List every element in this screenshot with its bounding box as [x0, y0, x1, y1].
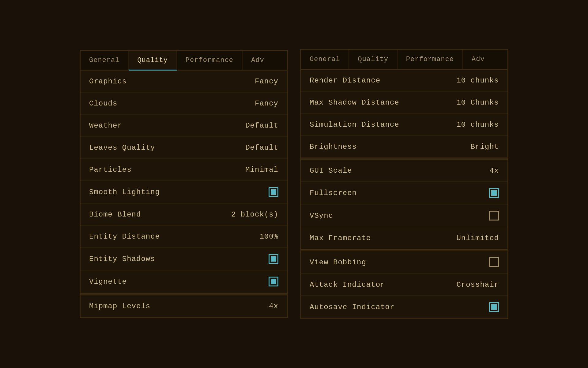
setting-graphics-label: Graphics: [89, 77, 127, 86]
setting-vsync-label: VSync: [310, 212, 333, 220]
setting-vignette[interactable]: Vignette: [81, 270, 287, 293]
setting-brightness[interactable]: Brightness Bright: [301, 136, 507, 158]
setting-brightness-label: Brightness: [310, 143, 357, 151]
setting-entity-distance[interactable]: Entity Distance 100%: [81, 226, 287, 248]
setting-simulation-distance[interactable]: Simulation Distance 10 chunks: [301, 114, 507, 136]
setting-attack-indicator-value: Crosshair: [456, 281, 499, 289]
setting-leaves-quality[interactable]: Leaves Quality Default: [81, 137, 287, 159]
setting-entity-distance-label: Entity Distance: [89, 232, 160, 241]
setting-gui-scale-value: 4x: [489, 167, 499, 175]
setting-max-shadow-distance-value: 10 Chunks: [456, 98, 499, 107]
setting-entity-distance-value: 100%: [259, 232, 278, 241]
left-panel: General Quality Performance Adv Graphics…: [80, 50, 288, 318]
setting-mipmap-levels[interactable]: Mipmap Levels 4x: [81, 295, 287, 317]
setting-simulation-distance-value: 10 chunks: [456, 121, 499, 129]
setting-particles-label: Particles: [89, 166, 132, 174]
setting-biome-blend-label: Biome Blend: [89, 210, 141, 219]
setting-leaves-quality-label: Leaves Quality: [89, 144, 155, 152]
setting-biome-blend[interactable]: Biome Blend 2 block(s): [81, 204, 287, 226]
setting-max-shadow-distance[interactable]: Max Shadow Distance 10 Chunks: [301, 92, 507, 114]
setting-simulation-distance-label: Simulation Distance: [310, 121, 399, 129]
vignette-checkbox[interactable]: [269, 277, 278, 286]
setting-max-framerate-value: Unlimited: [456, 234, 499, 242]
setting-mipmap-levels-label: Mipmap Levels: [89, 302, 150, 310]
setting-vsync[interactable]: VSync: [301, 205, 507, 227]
left-tab-advanced[interactable]: Adv: [243, 51, 273, 70]
smooth-lighting-checkbox[interactable]: [269, 187, 278, 197]
right-tabs: General Quality Performance Adv: [301, 50, 507, 70]
setting-autosave-indicator-label: Autosave Indicator: [310, 303, 394, 311]
right-tab-quality[interactable]: Quality: [349, 50, 397, 69]
left-tabs: General Quality Performance Adv: [81, 51, 287, 71]
setting-smooth-lighting[interactable]: Smooth Lighting: [81, 181, 287, 204]
entity-shadows-checkbox[interactable]: [269, 254, 278, 264]
view-bobbing-checkbox[interactable]: [489, 257, 499, 267]
fullscreen-checkbox[interactable]: [489, 188, 499, 198]
setting-clouds-value: Fancy: [255, 99, 278, 108]
setting-view-bobbing-label: View Bobbing: [310, 258, 366, 266]
setting-max-framerate[interactable]: Max Framerate Unlimited: [301, 227, 507, 249]
setting-attack-indicator-label: Attack Indicator: [310, 281, 385, 289]
left-tab-quality[interactable]: Quality: [129, 51, 177, 71]
setting-brightness-value: Bright: [471, 143, 499, 151]
setting-weather[interactable]: Weather Default: [81, 115, 287, 137]
setting-particles[interactable]: Particles Minimal: [81, 159, 287, 181]
setting-clouds[interactable]: Clouds Fancy: [81, 93, 287, 115]
vsync-checkbox[interactable]: [489, 211, 499, 220]
setting-graphics-value: Fancy: [255, 77, 278, 86]
right-tab-general[interactable]: General: [301, 50, 349, 69]
setting-gui-scale-label: GUI Scale: [310, 167, 352, 175]
right-tab-performance[interactable]: Performance: [398, 50, 463, 69]
setting-gui-scale[interactable]: GUI Scale 4x: [301, 160, 507, 182]
setting-max-framerate-label: Max Framerate: [310, 234, 371, 242]
left-tab-general[interactable]: General: [81, 51, 129, 70]
setting-entity-shadows[interactable]: Entity Shadows: [81, 248, 287, 270]
setting-attack-indicator[interactable]: Attack Indicator Crosshair: [301, 274, 507, 296]
setting-max-shadow-distance-label: Max Shadow Distance: [310, 98, 399, 107]
right-tab-advanced[interactable]: Adv: [463, 50, 493, 69]
left-settings-list: Graphics Fancy Clouds Fancy Weather Defa…: [81, 71, 287, 317]
left-tab-performance[interactable]: Performance: [177, 51, 243, 70]
setting-fullscreen[interactable]: Fullscreen: [301, 182, 507, 205]
autosave-indicator-checkbox[interactable]: [489, 302, 499, 312]
setting-render-distance-value: 10 chunks: [456, 76, 499, 85]
setting-view-bobbing[interactable]: View Bobbing: [301, 251, 507, 274]
setting-smooth-lighting-label: Smooth Lighting: [89, 188, 160, 196]
setting-leaves-quality-value: Default: [245, 144, 278, 152]
setting-render-distance-label: Render Distance: [310, 76, 380, 85]
setting-mipmap-levels-value: 4x: [269, 302, 278, 310]
right-settings-list: Render Distance 10 chunks Max Shadow Dis…: [301, 70, 507, 318]
setting-weather-label: Weather: [89, 121, 122, 130]
setting-weather-value: Default: [245, 121, 278, 130]
setting-vignette-label: Vignette: [89, 278, 127, 286]
right-panel: General Quality Performance Adv Render D…: [300, 49, 508, 319]
setting-entity-shadows-label: Entity Shadows: [89, 255, 155, 263]
setting-particles-value: Minimal: [245, 166, 278, 174]
setting-render-distance[interactable]: Render Distance 10 chunks: [301, 70, 507, 92]
setting-biome-blend-value: 2 block(s): [231, 210, 278, 219]
setting-graphics[interactable]: Graphics Fancy: [81, 71, 287, 93]
setting-clouds-label: Clouds: [89, 99, 117, 108]
setting-fullscreen-label: Fullscreen: [310, 189, 357, 197]
setting-autosave-indicator[interactable]: Autosave Indicator: [301, 296, 507, 318]
